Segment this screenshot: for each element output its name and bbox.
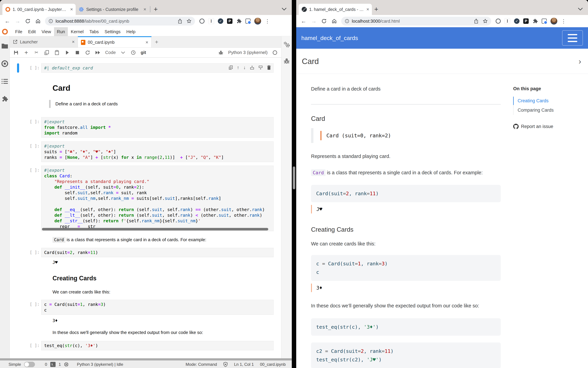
code-block-test-eq[interactable]: test_eq(str(c), '3♦'): [311, 318, 501, 336]
extensions-puzzle-icon[interactable]: [236, 18, 242, 24]
back-icon[interactable]: ←: [3, 17, 12, 25]
insert-cell-icon[interactable]: +: [23, 50, 29, 55]
browser-tab-docs[interactable]: 1. hamel_deck_of_cards - Card ×: [299, 4, 372, 15]
site-info-icon[interactable]: [48, 19, 53, 24]
tab-search-chevron[interactable]: [578, 8, 583, 10]
code-cell-class-card[interactable]: [ ]: #|exportclass Card: "Represents a s…: [17, 166, 274, 231]
extension-p-icon[interactable]: P: [523, 18, 529, 24]
simple-mode-toggle[interactable]: [24, 362, 35, 367]
scrollbar-thumb[interactable]: [42, 228, 268, 230]
browser-menu-icon[interactable]: ⋮: [265, 18, 270, 24]
insert-cell-below-icon[interactable]: [258, 65, 263, 70]
terminal-icon[interactable]: $_: [50, 362, 56, 367]
cell-editor[interactable]: #|exportfrom fastcore.all import *import…: [41, 117, 274, 138]
reload-icon[interactable]: [24, 17, 32, 25]
new-tab-button[interactable]: +: [154, 6, 158, 13]
extension-ring-icon[interactable]: [496, 18, 501, 24]
share-icon[interactable]: [178, 18, 182, 24]
history-clock-icon[interactable]: [130, 50, 136, 55]
extension-i-icon[interactable]: I: [504, 18, 510, 24]
property-inspector-icon[interactable]: [283, 41, 290, 48]
bookmark-star-icon[interactable]: [483, 18, 488, 24]
cell-editor[interactable]: c = Card(suit=1, rank=3)c: [41, 300, 274, 315]
extension-check-icon[interactable]: ✓: [218, 18, 223, 24]
reload-icon[interactable]: [320, 17, 328, 25]
code-cell-default-exp[interactable]: [ ]: #| default_exp card ↑ ↓: [17, 63, 274, 73]
restart-kernel-icon[interactable]: [85, 50, 90, 55]
code-cell-create-card[interactable]: [ ]: c = Card(suit=1, rank=3)c: [17, 300, 274, 315]
menu-run[interactable]: Run: [54, 27, 68, 36]
move-cell-up-icon[interactable]: ↑: [237, 65, 239, 70]
copy-cells-icon[interactable]: [44, 50, 50, 55]
code-cell-test-eq[interactable]: [ ]: test_eq(str(c), '3♦'): [17, 341, 274, 350]
share-icon[interactable]: [474, 18, 479, 24]
site-brand[interactable]: hamel_deck_of_cards: [301, 35, 358, 41]
browser-tab-jupyterlab[interactable]: 1. 00_card.ipynb - JupyterLab ×: [2, 4, 76, 15]
debugger-bug-icon[interactable]: [283, 58, 290, 64]
menu-file[interactable]: File: [12, 27, 25, 36]
delete-cell-icon[interactable]: [267, 65, 271, 70]
code-block-c2-test[interactable]: c2 = Card(suit=2, rank=11)test_eq(str(c2…: [311, 342, 501, 368]
trust-shield-icon[interactable]: [223, 362, 228, 367]
browser-tab-settings[interactable]: Settings - Customize profile ×: [76, 4, 149, 15]
kernel-status-label[interactable]: Python 3 (ipykernel) | Idle: [77, 362, 123, 367]
bookmark-star-icon[interactable]: [186, 18, 192, 24]
menu-help[interactable]: Help: [123, 27, 138, 36]
run-all-icon[interactable]: [95, 50, 101, 55]
cell-editor[interactable]: #|exportsuits = ["♣", "♦", "♥", "♠"]rank…: [41, 141, 274, 162]
back-icon[interactable]: ←: [299, 17, 308, 25]
run-cell-icon[interactable]: [64, 50, 70, 55]
new-dock-tab-button[interactable]: +: [152, 36, 162, 47]
interrupt-kernel-icon[interactable]: [75, 50, 80, 55]
cell-editor[interactable]: #|exportclass Card: "Represents a standa…: [41, 166, 274, 231]
side-panel-icon[interactable]: [245, 18, 251, 24]
profile-avatar[interactable]: [550, 18, 557, 25]
menu-tabs[interactable]: Tabs: [87, 27, 102, 36]
dock-tab-notebook[interactable]: 00_card.ipynb ×: [78, 36, 152, 47]
git-label[interactable]: git: [141, 50, 146, 55]
home-icon[interactable]: [34, 17, 42, 25]
chevron-right-icon[interactable]: ›: [579, 57, 581, 66]
side-panel-icon[interactable]: [542, 18, 547, 24]
extension-ring-icon[interactable]: [199, 18, 204, 24]
running-sessions-icon[interactable]: [1, 60, 8, 67]
site-info-icon[interactable]: [345, 19, 349, 24]
new-tab-button[interactable]: +: [374, 6, 378, 13]
horizontal-scrollbar[interactable]: [42, 228, 273, 230]
code-cell-imports[interactable]: [ ]: #|exportfrom fastcore.all import *i…: [17, 117, 274, 138]
address-bar[interactable]: localhost:3000/card.html: [341, 17, 491, 26]
forward-icon[interactable]: →: [13, 17, 22, 25]
code-cell-suits-ranks[interactable]: [ ]: #|exportsuits = ["♣", "♦", "♥", "♠"…: [17, 141, 274, 162]
extension-manager-icon[interactable]: [1, 95, 8, 102]
page-scrollbar-thumb[interactable]: [293, 166, 295, 189]
cursor-position[interactable]: Ln 1, Col 1: [234, 362, 254, 367]
menu-kernel[interactable]: Kernel: [68, 27, 87, 36]
table-of-contents-icon[interactable]: [1, 78, 8, 84]
close-icon[interactable]: ×: [366, 7, 369, 12]
extensions-puzzle-icon[interactable]: [532, 18, 538, 24]
chevron-down-icon[interactable]: [120, 50, 126, 55]
tab-search-chevron[interactable]: [281, 8, 287, 10]
close-icon[interactable]: ×: [145, 40, 148, 45]
report-issue-link[interactable]: Report an issue: [513, 124, 587, 129]
toc-item-comparing-cards[interactable]: Comparing Cards: [513, 106, 587, 115]
paste-cells-icon[interactable]: [54, 50, 60, 55]
hamburger-menu-icon[interactable]: [562, 30, 583, 46]
close-icon[interactable]: ×: [72, 39, 75, 45]
cell-editor[interactable]: test_eq(str(c), '3♦'): [41, 341, 274, 350]
close-icon[interactable]: ×: [70, 7, 73, 12]
move-cell-down-icon[interactable]: ↓: [243, 65, 246, 70]
mode-indicator[interactable]: Mode: Command: [186, 362, 217, 367]
extension-i-icon[interactable]: I: [208, 18, 214, 24]
code-block-create-card[interactable]: c = Card(suit=1, rank=3)c: [311, 255, 501, 281]
profile-avatar[interactable]: [254, 18, 261, 25]
debugger-bug-icon[interactable]: [218, 50, 224, 55]
browser-menu-icon[interactable]: ⋮: [561, 18, 566, 24]
home-icon[interactable]: [330, 17, 338, 25]
cell-editor[interactable]: Card(suit=2, rank=11): [41, 248, 274, 257]
code-cell-card-example[interactable]: [ ]: Card(suit=2, rank=11): [17, 248, 274, 257]
address-bar[interactable]: localhost:8888/lab/tree/00_card.ipynb: [45, 17, 195, 26]
extension-check-icon[interactable]: ✓: [514, 18, 520, 24]
extension-p-icon[interactable]: P: [227, 18, 232, 24]
dock-tab-launcher[interactable]: Launcher ×: [10, 36, 78, 47]
